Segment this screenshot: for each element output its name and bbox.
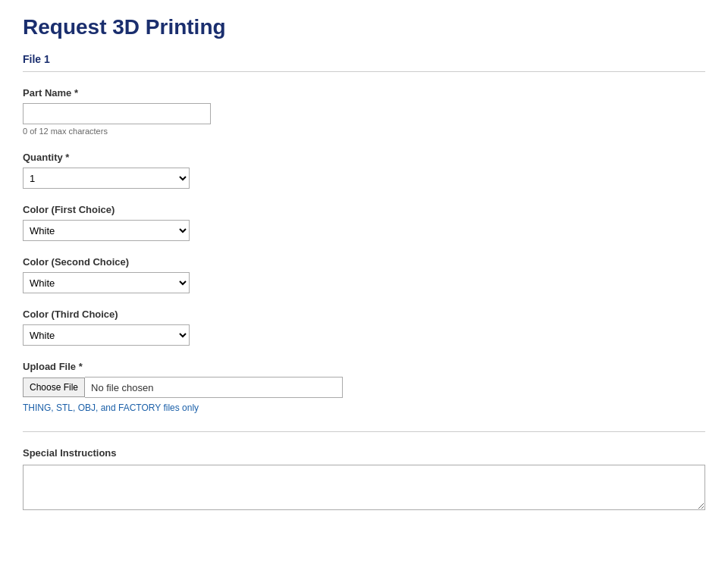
file-name-display: No file chosen [85, 377, 343, 398]
special-instructions-group: Special Instructions [23, 447, 705, 510]
quantity-select[interactable]: 1 2 3 4 5 6 7 8 9 10 [23, 168, 190, 189]
part-name-label: Part Name * [23, 87, 705, 99]
page-title: Request 3D Printing [23, 15, 705, 39]
color-third-label: Color (Third Choice) [23, 309, 705, 320]
color-third-select[interactable]: White Black Red Blue Green Yellow Orange… [23, 324, 190, 346]
file-section-label: File 1 [23, 53, 50, 65]
section-divider [23, 71, 705, 72]
choose-file-button[interactable]: Choose File [23, 377, 85, 397]
color-second-label: Color (Second Choice) [23, 256, 705, 268]
file-upload-container: Choose File No file chosen [23, 377, 705, 398]
upload-file-label: Upload File * [23, 361, 705, 372]
quantity-label: Quantity * [23, 152, 705, 163]
special-instructions-label: Special Instructions [23, 447, 705, 459]
color-second-select[interactable]: White Black Red Blue Green Yellow Orange… [23, 272, 190, 293]
char-count: 0 of 12 max characters [23, 127, 108, 136]
upload-file-group: Upload File * Choose File No file chosen… [23, 361, 705, 413]
part-name-input[interactable] [23, 103, 211, 124]
color-first-group: Color (First Choice) White Black Red Blu… [23, 204, 705, 241]
file-types-note: THING, STL, OBJ, and FACTORY files only [23, 403, 705, 413]
color-first-label: Color (First Choice) [23, 204, 705, 215]
color-second-group: Color (Second Choice) White Black Red Bl… [23, 256, 705, 293]
bottom-divider [23, 431, 705, 432]
part-name-group: Part Name * 0 of 12 max characters [23, 87, 705, 136]
quantity-group: Quantity * 1 2 3 4 5 6 7 8 9 10 [23, 152, 705, 189]
color-first-select[interactable]: White Black Red Blue Green Yellow Orange… [23, 220, 190, 241]
color-third-group: Color (Third Choice) White Black Red Blu… [23, 309, 705, 346]
special-instructions-textarea[interactable] [23, 465, 705, 510]
